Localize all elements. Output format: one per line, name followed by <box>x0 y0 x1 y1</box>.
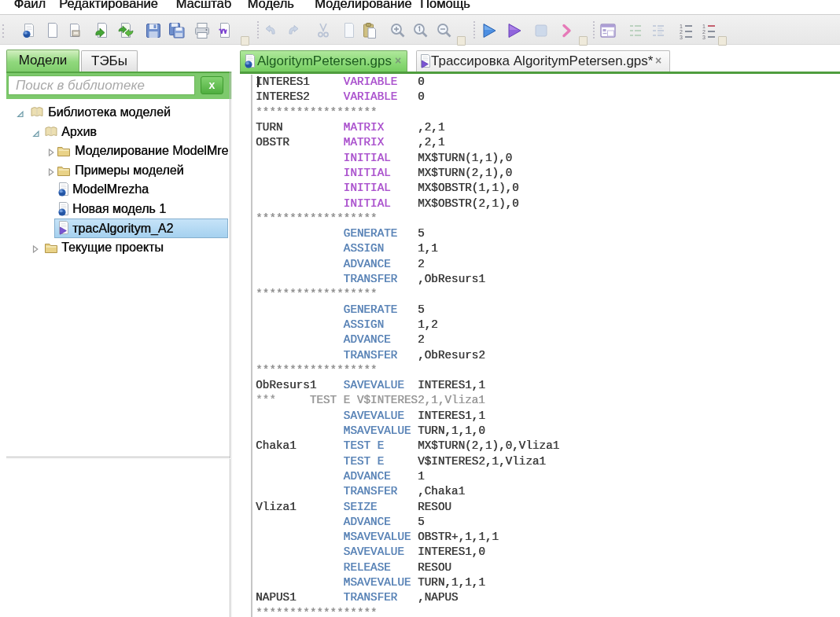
svg-text:3: 3 <box>702 35 706 40</box>
svg-text:1: 1 <box>702 24 706 29</box>
svg-text:1: 1 <box>680 24 683 29</box>
svg-text:2: 2 <box>680 29 683 35</box>
svg-text:2: 2 <box>702 29 706 35</box>
svg-text:3: 3 <box>680 35 683 40</box>
